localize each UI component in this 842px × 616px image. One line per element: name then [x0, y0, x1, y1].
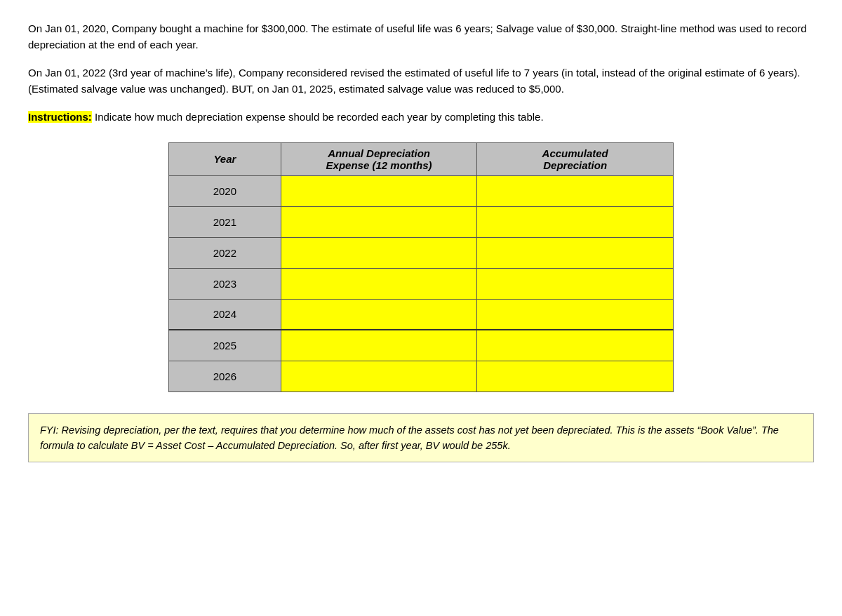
table-row: 2022 — [169, 237, 674, 268]
annual-depreciation-cell[interactable] — [281, 299, 477, 330]
year-cell: 2020 — [169, 175, 281, 206]
table-row: 2024 — [169, 299, 674, 330]
accumulated-depreciation-cell[interactable] — [477, 330, 674, 361]
year-cell: 2024 — [169, 299, 281, 330]
year-cell: 2023 — [169, 268, 281, 299]
table-row: 2026 — [169, 361, 674, 391]
accumulated-depreciation-cell[interactable] — [477, 237, 674, 268]
header-annual: Annual DepreciationExpense (12 months) — [281, 142, 477, 175]
depreciation-table: Year Annual DepreciationExpense (12 mont… — [168, 142, 674, 392]
instructions-body: Indicate how much depreciation expense s… — [92, 111, 544, 123]
year-cell: 2021 — [169, 206, 281, 237]
table-row: 2025 — [169, 330, 674, 361]
year-cell: 2026 — [169, 361, 281, 391]
annual-depreciation-cell[interactable] — [281, 175, 477, 206]
table-row: 2021 — [169, 206, 674, 237]
accumulated-depreciation-cell[interactable] — [477, 361, 674, 391]
p2-text: On Jan 01, 2022 (3rd year of machine’s l… — [28, 67, 800, 95]
p1-text: On Jan 01, 2020, Company bought a machin… — [28, 22, 807, 51]
annual-depreciation-cell[interactable] — [281, 268, 477, 299]
header-year: Year — [169, 142, 281, 175]
annual-depreciation-cell[interactable] — [281, 330, 477, 361]
fyi-box: FYI: Revising depreciation, per the text… — [28, 413, 814, 463]
paragraph-1: On Jan 01, 2020, Company bought a machin… — [28, 21, 814, 53]
table-row: 2023 — [169, 268, 674, 299]
annual-depreciation-cell[interactable] — [281, 237, 477, 268]
instructions-label: Instructions: — [28, 111, 92, 123]
accumulated-depreciation-cell[interactable] — [477, 206, 674, 237]
paragraph-2: On Jan 01, 2022 (3rd year of machine’s l… — [28, 65, 814, 97]
accumulated-depreciation-cell[interactable] — [477, 268, 674, 299]
table-wrapper: Year Annual DepreciationExpense (12 mont… — [168, 142, 674, 392]
year-cell: 2025 — [169, 330, 281, 361]
accumulated-depreciation-cell[interactable] — [477, 299, 674, 330]
instructions-paragraph: Instructions: Indicate how much deprecia… — [28, 109, 814, 126]
annual-depreciation-cell[interactable] — [281, 361, 477, 391]
fyi-text: FYI: Revising depreciation, per the text… — [40, 424, 779, 451]
header-accumulated: AccumulatedDepreciation — [477, 142, 674, 175]
year-cell: 2022 — [169, 237, 281, 268]
accumulated-depreciation-cell[interactable] — [477, 175, 674, 206]
annual-depreciation-cell[interactable] — [281, 206, 477, 237]
table-row: 2020 — [169, 175, 674, 206]
